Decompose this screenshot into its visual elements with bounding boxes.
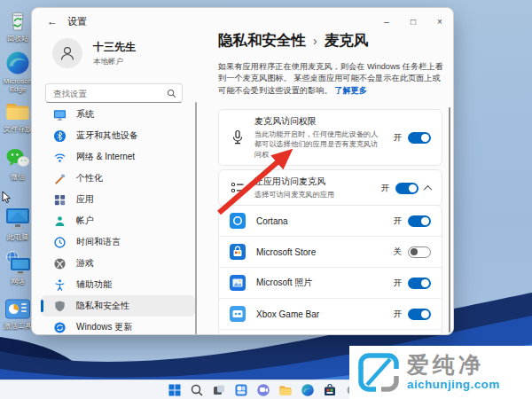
desktop-icon-folder[interactable]: 文件存放 (1, 99, 35, 133)
sidebar-item-apps[interactable]: 应用 (41, 189, 195, 210)
desktop-icon-this-pc[interactable]: 此电脑 (1, 204, 35, 241)
sidebar-item-privacy-security[interactable]: 隐私和安全性 (41, 295, 195, 317)
cortana-toggle[interactable] (408, 215, 431, 227)
cortana-icon (230, 213, 246, 229)
desktop-icon-label: 激活工具 (4, 322, 32, 330)
xbox-icon (53, 257, 66, 270)
activation-tool-icon (4, 298, 31, 321)
mic-access-toggle[interactable] (408, 132, 431, 144)
search-icon (167, 89, 176, 98)
app-access-card: 让应用访问麦克风 选择可访问麦克风的应用 开 (218, 169, 442, 207)
sidebar-item-label: 蓝牙和其他设备 (76, 129, 138, 142)
photos-toggle[interactable] (408, 278, 431, 289)
sidebar-item-gaming[interactable]: 游戏 (41, 253, 195, 274)
sidebar-item-label: 系统 (76, 108, 94, 121)
wifi-icon (53, 151, 66, 164)
main-content: 隐私和安全性 › 麦克风 如果有应用程序正在使用麦克风，则会在 Windows … (218, 8, 447, 334)
app-state-label: 关 (394, 246, 403, 258)
watermark-brand: 爱纯净 (407, 354, 500, 376)
sidebar-item-label: 游戏 (76, 257, 94, 270)
microsoft-store-toggle[interactable] (408, 246, 431, 258)
app-access-toggle[interactable] (395, 183, 419, 194)
watermark: 爱纯净 aichunjing.com (349, 346, 532, 399)
person-icon (59, 44, 76, 62)
shield-icon (53, 300, 66, 313)
desktop-icon-label: 此电脑 (7, 233, 28, 241)
content-scrollbar[interactable] (449, 107, 450, 332)
widgets-icon[interactable] (234, 383, 248, 397)
taskbar-icons (168, 383, 359, 397)
desktop-icon-label: 网络 (11, 278, 25, 286)
desktop-icon-activation-tool[interactable]: 激活工具 (1, 298, 35, 330)
microphone-icon (230, 129, 246, 145)
clock-icon (53, 236, 66, 249)
settings-window: ← 设置 – □ × 十三先生 本地帐户 (31, 7, 454, 335)
app-row-xbox-game-bar: Xbox Game Bar 开 (219, 298, 442, 329)
photos-icon (230, 275, 246, 291)
folder-icon (4, 99, 31, 124)
sidebar-item-time-language[interactable]: 时间和语言 (41, 231, 195, 253)
window-title: 设置 (67, 15, 87, 28)
desktop-icon-wechat[interactable]: 微信 (1, 145, 35, 181)
app-access-title: 让应用访问麦克风 (254, 176, 334, 188)
desktop-icon-network[interactable]: 网络 (1, 250, 35, 286)
xbox-game-bar-toggle[interactable] (408, 309, 431, 320)
sidebar-item-label: Windows 更新 (76, 321, 132, 333)
aichunjing-logo-icon (356, 351, 401, 394)
app-access-description: 选择可访问麦克风的应用 (254, 190, 334, 200)
sidebar-item-windows-update[interactable]: Windows 更新 (41, 317, 195, 335)
sidebar-item-label: 网络 & Internet (76, 151, 135, 163)
desktop-icon-recycle-bin[interactable]: 回收站 (1, 7, 35, 43)
edge-icon (4, 50, 31, 76)
sidebar-item-system[interactable]: 系统 (41, 104, 195, 125)
microsoft-store-icon (230, 244, 246, 260)
sidebar-item-bluetooth-devices[interactable]: 蓝牙和其他设备 (41, 125, 195, 146)
sidebar-item-personalization[interactable]: 个性化 (41, 168, 195, 189)
update-icon (53, 321, 66, 334)
avatar (52, 38, 82, 68)
task-view-icon[interactable] (212, 383, 226, 397)
chat-icon[interactable] (256, 383, 270, 397)
app-permission-list: Cortana 开 Microsoft Store (218, 205, 442, 335)
app-row-cortana: Cortana 开 (219, 206, 442, 236)
mouse-cursor (2, 191, 12, 204)
sidebar-item-network-internet[interactable]: 网络 & Internet (41, 146, 195, 168)
learn-more-link[interactable]: 了解更多 (334, 86, 367, 95)
desktop-icon-label: 微信 (11, 173, 25, 181)
mic-access-state-label: 开 (394, 132, 403, 144)
sidebar-item-label: 时间和语言 (76, 236, 121, 248)
file-explorer-icon[interactable] (278, 383, 293, 397)
app-row-microsoft-photos: Microsoft 照片 开 (219, 267, 442, 298)
wechat-icon (4, 145, 31, 172)
app-name: Xbox Game Bar (256, 309, 319, 319)
bluetooth-icon (53, 129, 66, 143)
intro-text: 如果有应用程序正在使用麦克风，则会在 Windows 任务栏上看到一个麦克风图标… (218, 61, 444, 97)
mic-access-description: 当此功能开启时，任何使用此设备的人都可以选择他们的应用是否有麦克风访问权 (254, 129, 385, 159)
app-name: Cortana (256, 216, 288, 226)
sidebar-scrollbar[interactable] (195, 102, 197, 335)
breadcrumb-separator-icon: › (313, 34, 317, 48)
store-taskbar-icon[interactable] (323, 383, 337, 397)
search-box[interactable] (45, 83, 183, 103)
sidebar-nav: 系统 蓝牙和其他设备 网络 & Internet (41, 104, 195, 335)
sidebar-item-accessibility[interactable]: 辅助功能 (41, 274, 195, 295)
intro-body: 如果有应用程序正在使用麦克风，则会在 Windows 任务栏上看到一个麦克风图标… (218, 62, 443, 95)
app-row-clipped (219, 329, 442, 335)
back-button[interactable]: ← (43, 12, 62, 30)
desktop-icon-edge[interactable]: Microsoft Edge (1, 50, 35, 93)
search-input[interactable] (51, 88, 167, 99)
sidebar-item-label: 隐私和安全性 (76, 300, 129, 312)
app-list-icon (230, 180, 246, 196)
start-button-icon[interactable] (168, 383, 182, 397)
sidebar-item-label: 辅助功能 (76, 278, 112, 291)
search-taskbar-icon[interactable] (190, 383, 204, 397)
network-icon (4, 250, 32, 277)
edge-taskbar-icon[interactable] (301, 383, 315, 397)
page-title: 麦克风 (325, 31, 369, 51)
sidebar-item-accounts[interactable]: 帐户 (41, 210, 195, 231)
breadcrumb-parent[interactable]: 隐私和安全性 (218, 31, 306, 51)
chevron-up-icon[interactable] (424, 184, 433, 193)
paintbrush-icon (53, 172, 66, 185)
account-icon (53, 215, 66, 228)
app-state-label: 开 (394, 309, 403, 320)
